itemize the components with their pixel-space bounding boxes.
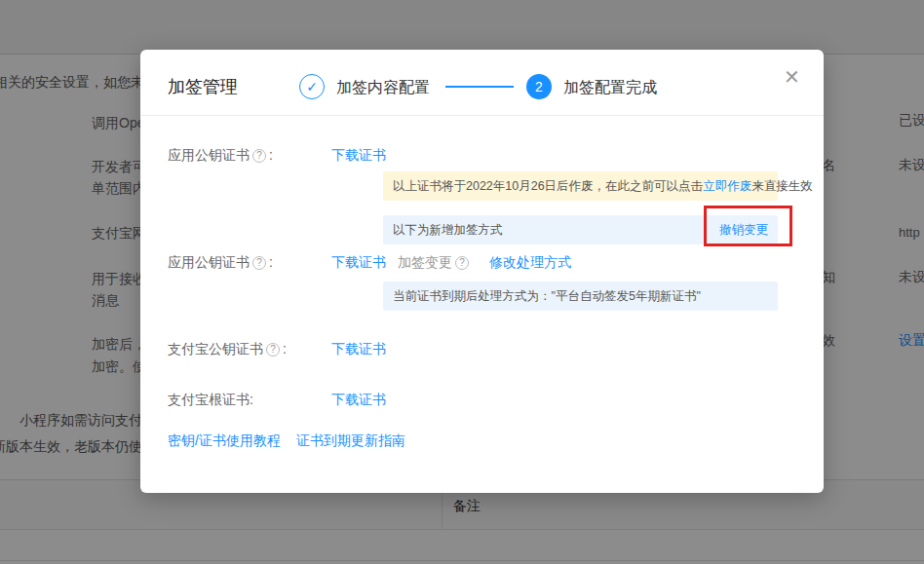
label-text: 应用公钥证书 <box>168 147 250 163</box>
modify-handling-link[interactable]: 修改处理方式 <box>489 254 571 272</box>
step2-label: 加签配置完成 <box>563 78 657 98</box>
banner-text: 以下为新增加签方式 <box>393 215 503 244</box>
dialog-title: 加签管理 <box>168 75 238 98</box>
warning-text: 来直接生效 <box>751 179 813 193</box>
app-public-cert-label: 应用公钥证书?: <box>168 147 273 165</box>
download-cert-link[interactable]: 下载证书 <box>331 341 386 358</box>
download-cert-link[interactable]: 下载证书 <box>331 254 386 272</box>
signature-change-label: 加签变更? <box>398 254 472 272</box>
header-divider <box>140 115 824 116</box>
label-text: 支付宝公钥证书 <box>168 341 263 357</box>
step1-label: 加签内容配置 <box>336 78 430 98</box>
expiry-handling-banner: 当前证书到期后处理方式为："平台自动签发5年期新证书" <box>383 282 778 311</box>
step1-check-icon: ✓ <box>299 74 325 99</box>
step2-number: 2 <box>535 79 543 94</box>
cert-tutorial-link[interactable]: 密钥/证书使用教程 <box>168 432 281 450</box>
step-connector <box>445 86 514 88</box>
label-text: 应用公钥证书 <box>168 254 250 270</box>
help-icon[interactable]: ? <box>455 256 469 270</box>
annotation-highlight-box <box>704 206 792 246</box>
expiry-warning-banner: 以上证书将于2022年10月26日后作废，在此之前可以点击立即作废来直接生效 <box>383 171 778 201</box>
help-icon[interactable]: ? <box>252 149 266 163</box>
check-icon: ✓ <box>306 79 318 94</box>
signature-management-dialog: 加签管理 ✓ 加签内容配置 2 加签配置完成 ✕ 应用公钥证书?: 下载证书 以… <box>140 50 824 493</box>
download-cert-link[interactable]: 下载证书 <box>331 147 386 165</box>
invalidate-now-link[interactable]: 立即作废 <box>703 179 751 193</box>
page: 相关的安全设置，如您未使用 调用Open 开发者可 单范围内 支付宝网 用于接收… <box>0 0 924 564</box>
help-icon[interactable]: ? <box>252 256 266 270</box>
banner-text: 当前证书到期后处理方式为："平台自动签发5年期新证书" <box>393 289 701 303</box>
label-colon: : <box>269 147 273 163</box>
help-icon[interactable]: ? <box>266 343 280 357</box>
close-icon[interactable]: ✕ <box>784 65 800 89</box>
download-cert-link[interactable]: 下载证书 <box>331 392 386 409</box>
label-colon: : <box>269 254 273 270</box>
cert-renewal-guide-link[interactable]: 证书到期更新指南 <box>296 432 405 450</box>
alipay-public-cert-label: 支付宝公钥证书?: <box>168 341 287 358</box>
label-colon: : <box>283 341 287 357</box>
alipay-root-cert-label: 支付宝根证书: <box>168 392 253 409</box>
warning-text: 以上证书将于2022年10月26日后作废，在此之前可以点击 <box>393 179 703 193</box>
step2-number-badge: 2 <box>526 74 552 99</box>
label-text: 加签变更 <box>398 254 452 270</box>
app-public-cert-label: 应用公钥证书?: <box>168 254 273 272</box>
